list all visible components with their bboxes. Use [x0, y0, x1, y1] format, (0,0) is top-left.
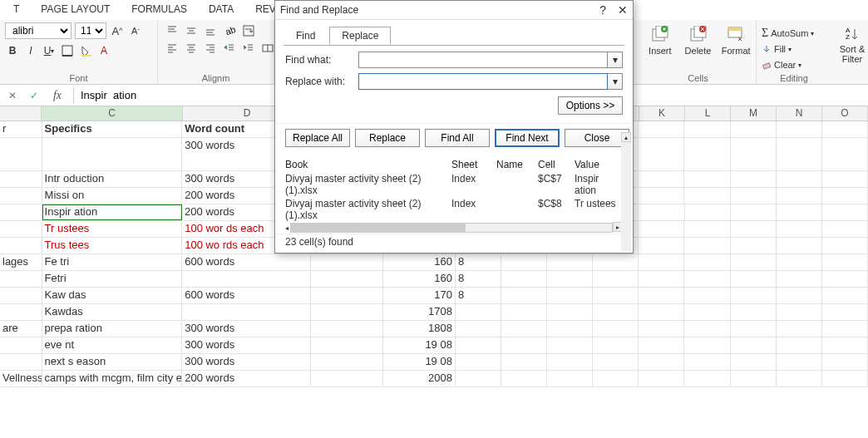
cell[interactable]: Kaw das: [42, 288, 183, 303]
cell[interactable]: Vellness: [0, 371, 42, 386]
cell[interactable]: 8: [456, 288, 501, 303]
cell[interactable]: 300 words: [182, 354, 311, 370]
col-header-o[interactable]: O: [822, 106, 868, 121]
cell[interactable]: Specifics: [42, 121, 183, 137]
tab-find[interactable]: Find: [284, 27, 328, 45]
insert-button[interactable]: Insert: [645, 26, 675, 56]
fill-color-icon[interactable]: [78, 42, 93, 59]
cell[interactable]: 170: [383, 288, 456, 303]
col-cell[interactable]: Cell: [538, 159, 575, 170]
results-vscroll[interactable]: ▴: [621, 132, 631, 251]
fill-button[interactable]: Fill▾: [762, 42, 826, 57]
close-icon[interactable]: ✕: [618, 3, 628, 17]
font-size-select[interactable]: 11: [75, 22, 106, 39]
wrap-text-icon[interactable]: [239, 22, 258, 39]
cell[interactable]: r: [0, 121, 42, 137]
cell[interactable]: 8: [456, 254, 501, 270]
replace-dropdown-icon[interactable]: ▾: [608, 73, 623, 90]
align-right-icon[interactable]: [201, 40, 219, 57]
results-hscroll[interactable]: ◂ ▸: [275, 222, 633, 234]
italic-icon[interactable]: I: [23, 42, 38, 59]
cell[interactable]: 8: [456, 271, 501, 287]
cell[interactable]: 19 08: [383, 337, 456, 353]
active-cell[interactable]: Inspir ation: [42, 204, 183, 220]
cell[interactable]: eve nt: [42, 337, 183, 353]
find-dropdown-icon[interactable]: ▾: [608, 52, 623, 68]
find-next-button[interactable]: Find Next: [495, 129, 560, 147]
border-icon[interactable]: [60, 42, 75, 59]
decrease-indent-icon[interactable]: [220, 40, 239, 57]
cell[interactable]: 600 words: [182, 254, 311, 270]
cell[interactable]: camps with mcgm, film city e: [42, 371, 183, 386]
find-all-button[interactable]: Find All: [425, 129, 490, 147]
find-what-input[interactable]: [358, 52, 608, 68]
cell[interactable]: Missi on: [42, 188, 183, 204]
font-color-icon[interactable]: A: [96, 42, 111, 59]
cell[interactable]: Kawdas: [42, 304, 183, 320]
cell[interactable]: lages: [0, 254, 42, 270]
align-middle-icon[interactable]: [182, 22, 200, 39]
cell[interactable]: 300 words: [182, 321, 311, 337]
options-button[interactable]: Options >>: [558, 96, 623, 115]
enter-icon[interactable]: ✓: [23, 86, 45, 106]
align-top-icon[interactable]: [163, 22, 181, 39]
tab-data[interactable]: DATA: [205, 2, 237, 17]
col-header-l[interactable]: L: [685, 106, 731, 121]
tab-replace[interactable]: Replace: [329, 27, 391, 45]
cell[interactable]: 1808: [383, 321, 456, 337]
help-icon[interactable]: ?: [599, 3, 606, 17]
font-name-select[interactable]: alibri: [5, 22, 72, 39]
cell[interactable]: 19 08: [383, 354, 456, 370]
result-row[interactable]: Divyaj master activity sheet (2) (1).xls…: [275, 172, 633, 197]
align-bottom-icon[interactable]: [201, 22, 219, 39]
cell[interactable]: 300 words: [182, 337, 311, 353]
close-button[interactable]: Close: [565, 129, 629, 147]
align-left-icon[interactable]: [163, 40, 181, 57]
col-header-n[interactable]: N: [777, 106, 822, 121]
autosum-button[interactable]: ΣAutoSum▾: [762, 26, 826, 41]
col-book[interactable]: Book: [285, 159, 451, 170]
cell[interactable]: prepa ration: [42, 321, 183, 337]
cancel-icon[interactable]: ✕: [2, 86, 23, 106]
replace-button[interactable]: Replace: [355, 129, 420, 147]
cell[interactable]: Fe tri: [42, 254, 183, 270]
tab-formulas[interactable]: FORMULAS: [128, 2, 190, 17]
cell[interactable]: 2008: [383, 371, 456, 386]
underline-icon[interactable]: U▾: [42, 42, 57, 59]
cell[interactable]: are: [0, 321, 42, 337]
cell[interactable]: Tr ustees: [42, 221, 183, 237]
tab-letter[interactable]: T: [10, 2, 22, 17]
align-center-icon[interactable]: [182, 40, 200, 57]
col-value[interactable]: Value: [575, 159, 623, 170]
cell[interactable]: 600 words: [182, 288, 311, 303]
cell[interactable]: Trus tees: [42, 238, 183, 253]
cell[interactable]: Fetri: [42, 271, 183, 287]
cell[interactable]: 160: [383, 271, 456, 287]
increase-font-icon[interactable]: A^: [110, 22, 125, 39]
cell[interactable]: Intr oduction: [42, 171, 183, 187]
fx-icon[interactable]: fx: [45, 89, 70, 102]
bold-icon[interactable]: B: [5, 42, 20, 59]
col-header[interactable]: [0, 106, 42, 121]
cell[interactable]: 1708: [383, 304, 456, 320]
col-sheet[interactable]: Sheet: [451, 159, 496, 170]
col-header-k[interactable]: K: [639, 106, 685, 121]
clear-button[interactable]: Clear▾: [762, 57, 826, 72]
format-button[interactable]: Format: [721, 26, 751, 56]
col-name[interactable]: Name: [496, 159, 538, 170]
result-row[interactable]: Divyaj master activity sheet (2) (1).xls…: [275, 197, 633, 222]
delete-button[interactable]: Delete: [683, 26, 713, 56]
tab-page-layout[interactable]: PAGE LAYOUT: [37, 2, 113, 17]
replace-all-button[interactable]: Replace All: [285, 129, 350, 147]
col-header-c[interactable]: C: [42, 106, 182, 121]
replace-with-input[interactable]: [358, 73, 608, 90]
cell[interactable]: 160: [383, 254, 456, 270]
increase-indent-icon[interactable]: [239, 40, 258, 57]
sort-filter-button[interactable]: AZ Sort & Filter: [836, 22, 868, 64]
cell[interactable]: next s eason: [42, 354, 183, 370]
dialog-titlebar[interactable]: Find and Replace ? ✕: [275, 1, 633, 20]
cell[interactable]: 200 words: [182, 371, 311, 386]
orientation-icon[interactable]: ab: [220, 22, 239, 39]
decrease-font-icon[interactable]: Aˇ: [128, 22, 143, 39]
col-header-m[interactable]: M: [731, 106, 777, 121]
